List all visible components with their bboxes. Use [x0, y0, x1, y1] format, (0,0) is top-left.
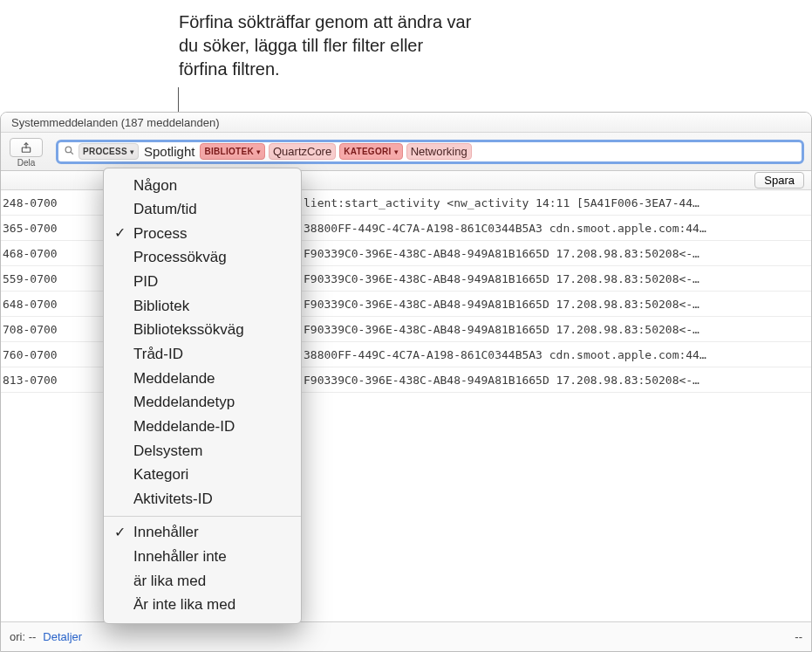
dropdown-item[interactable]: Aktivitets-ID [104, 487, 301, 511]
filter-process-value[interactable]: Spotlight [142, 144, 196, 159]
dropdown-item[interactable]: Delsystem [104, 439, 301, 463]
dropdown-item[interactable]: Är inte lika med [104, 594, 301, 618]
dropdown-item[interactable]: Datum/tid [104, 198, 301, 223]
dropdown-item[interactable]: Meddelandetyp [104, 391, 301, 415]
dropdown-item[interactable]: Någon [104, 174, 301, 198]
footer-ori: ori: -- [10, 630, 36, 643]
filter-token-category-tag: KATEGORI [344, 147, 391, 156]
window-title: Systemmeddelanden (187 meddelanden) [11, 116, 220, 129]
log-timestamp: 559-0700 [3, 272, 103, 285]
dropdown-item[interactable]: är lika med [104, 569, 301, 594]
log-timestamp: 365-0700 [3, 222, 103, 235]
log-timestamp: 760-0700 [3, 348, 103, 361]
filter-token-process-tag: PROCESS [83, 147, 127, 156]
search-field[interactable]: PROCESS ▾ Spotlight BIBLIOTEK ▾ QuartzCo… [56, 140, 804, 164]
dropdown-separator [104, 516, 301, 517]
filter-category-value[interactable]: Networking [406, 143, 472, 160]
filter-field-dropdown[interactable]: NågonDatum/tidProcessProcessökvägPIDBibl… [103, 168, 302, 624]
window-titlebar: Systemmeddelanden (187 meddelanden) [1, 113, 811, 133]
log-timestamp: 248-0700 [3, 196, 103, 209]
share-icon [10, 138, 43, 157]
filter-library-value[interactable]: QuartzCore [269, 143, 336, 160]
chevron-down-icon: ▾ [256, 148, 261, 156]
dropdown-item[interactable]: PID [104, 271, 301, 295]
dropdown-item[interactable]: Meddelande [104, 367, 301, 391]
callout-text: Förfina sökträffar genom att ändra var d… [179, 10, 475, 81]
filter-token-process[interactable]: PROCESS ▾ [78, 143, 139, 160]
dropdown-item[interactable]: Process [104, 222, 301, 246]
filter-token-library[interactable]: BIBLIOTEK ▾ [200, 143, 265, 160]
save-button[interactable]: Spara [754, 172, 804, 189]
chevron-down-icon: ▾ [130, 148, 134, 156]
detail-footer: ori: -- Detaljer -- [1, 621, 811, 651]
svg-point-1 [65, 147, 72, 153]
filter-token-library-tag: BIBLIOTEK [204, 147, 254, 156]
dropdown-item[interactable]: Innehåller [104, 521, 301, 546]
log-timestamp: 468-0700 [3, 247, 103, 260]
dropdown-item[interactable]: Bibliotek [104, 294, 301, 319]
dropdown-item[interactable]: Bibliotekssökväg [104, 319, 301, 343]
dropdown-item[interactable]: Meddelande-ID [104, 415, 301, 439]
share-button[interactable]: Dela [10, 138, 43, 168]
dropdown-item[interactable]: Processökväg [104, 246, 301, 271]
log-timestamp: 648-0700 [3, 298, 103, 311]
log-timestamp: 708-0700 [3, 323, 103, 336]
details-link[interactable]: Detaljer [43, 630, 82, 643]
chevron-down-icon: ▾ [394, 148, 399, 156]
search-icon [64, 145, 75, 159]
log-timestamp: 813-0700 [3, 374, 103, 387]
dropdown-item[interactable]: Innehåller inte [104, 546, 301, 570]
dropdown-item[interactable]: Kategori [104, 463, 301, 488]
dropdown-item[interactable]: Tråd-ID [104, 342, 301, 367]
footer-dash: -- [795, 630, 802, 643]
filter-token-category[interactable]: KATEGORI ▾ [339, 143, 402, 160]
share-label: Dela [17, 158, 36, 168]
toolbar: Dela PROCESS ▾ Spotlight BIBLIOTEK ▾ Qua… [1, 133, 811, 171]
